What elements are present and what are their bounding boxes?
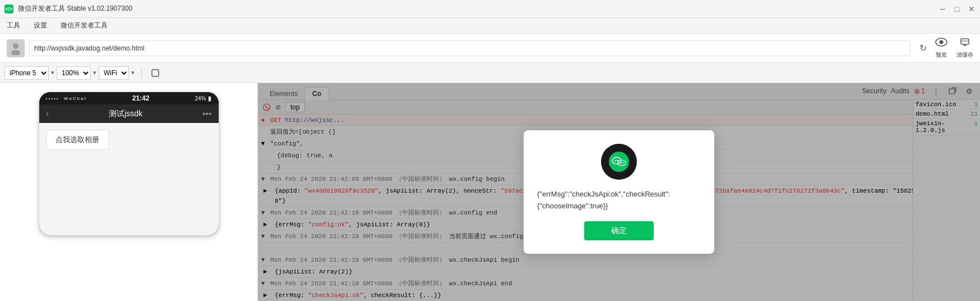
clear-storage-icon (959, 37, 971, 50)
dialog-overlay: {"errMsg":"checkJsApi:ok","checkResult":… (258, 83, 980, 301)
zoom-select[interactable]: 100% 75% 150% (57, 66, 91, 80)
phone-signal-dots: ••••• WeChat (46, 96, 87, 101)
svg-rect-4 (961, 39, 969, 44)
main-layout: ••••• WeChat 21:42 24% ▮ ‹ 测试jssdk ••• 点… (0, 83, 980, 301)
url-input[interactable] (29, 40, 910, 56)
refresh-button[interactable]: ↻ (915, 40, 931, 56)
phone-time: 21:42 (132, 94, 150, 102)
title-bar-left: </> 微信开发者工具 Stable v1.02.1907300 (4, 4, 132, 13)
dialog-logo (601, 144, 637, 180)
phone-back-button[interactable]: ‹ (46, 108, 49, 120)
svg-point-3 (940, 40, 944, 44)
phone-gallery-button[interactable]: 点我选取相册 (46, 130, 109, 150)
svg-point-10 (618, 160, 626, 166)
phone-content: 点我选取相册 (39, 123, 219, 235)
menu-item-wechat-devtools[interactable]: 微信开发者工具 (58, 20, 110, 31)
dialog-message-line2: {"chooseImage":true}} (537, 202, 608, 210)
separator (141, 67, 142, 79)
network-select[interactable]: WiFi 3G 4G (99, 66, 129, 80)
app-logo: </> (4, 4, 13, 13)
battery-percent: 24% (195, 95, 206, 102)
svg-point-11 (620, 162, 621, 163)
dialog-confirm-button[interactable]: 确定 (584, 221, 654, 240)
dialog-message-line1: {"errMsg":"checkJsApi:ok","checkResult": (537, 190, 670, 198)
window-controls: ─ □ ✕ (939, 5, 976, 13)
devtools-panel: Elements Co Security Audits ⊗ 1 ⋮ ⚙ 🚫 (258, 83, 980, 301)
svg-point-0 (13, 43, 19, 49)
svg-point-1 (11, 50, 20, 55)
phone-status-right: 24% ▮ (195, 95, 211, 102)
device-bar: iPhone 5 iPhone 6 iPhone X ▾ 100% 75% 15… (0, 63, 980, 83)
phone-panel: ••••• WeChat 21:42 24% ▮ ‹ 测试jssdk ••• 点… (0, 83, 258, 301)
menu-item-settings[interactable]: 设置 (31, 20, 49, 31)
phone-frame: ••••• WeChat 21:42 24% ▮ ‹ 测试jssdk ••• 点… (39, 92, 219, 235)
dialog-box: {"errMsg":"checkJsApi:ok","checkResult":… (524, 130, 714, 254)
svg-point-8 (615, 160, 617, 162)
toolbar-right: 预览 清缓存 (935, 37, 973, 59)
battery-icon: ▮ (208, 95, 211, 102)
network-chevron-icon: ▾ (131, 69, 135, 76)
preview-icon (935, 37, 947, 50)
close-button[interactable]: ✕ (968, 5, 976, 13)
preview-button[interactable]: 预览 (935, 37, 947, 59)
maximize-button[interactable]: □ (953, 5, 961, 13)
svg-rect-5 (152, 70, 159, 76)
device-select[interactable]: iPhone 5 iPhone 6 iPhone X (4, 66, 49, 80)
wechat-logo-icon (609, 152, 629, 172)
zoom-chevron-icon: ▾ (93, 69, 96, 76)
phone-status-bar: ••••• WeChat 21:42 24% ▮ (39, 92, 219, 104)
menu-bar: 工具 设置 微信开发者工具 (0, 18, 980, 34)
dialog-message: {"errMsg":"checkJsApi:ok","checkResult":… (537, 189, 701, 212)
menu-item-tools[interactable]: 工具 (4, 20, 22, 31)
rotate-button[interactable] (149, 66, 162, 80)
phone-more-button[interactable]: ••• (202, 109, 212, 119)
clear-storage-button[interactable]: 清缓存 (956, 37, 973, 59)
phone-nav-title: 测试jssdk (109, 109, 142, 119)
preview-label: 预览 (936, 51, 947, 59)
phone-nav-bar: ‹ 测试jssdk ••• (39, 104, 219, 123)
chevron-down-icon: ▾ (51, 69, 54, 76)
minimize-button[interactable]: ─ (939, 5, 946, 13)
app-title: 微信开发者工具 Stable v1.02.1907300 (18, 4, 132, 13)
svg-point-12 (622, 162, 623, 163)
title-bar: </> 微信开发者工具 Stable v1.02.1907300 ─ □ ✕ (0, 0, 980, 18)
user-avatar (7, 39, 25, 57)
toolbar: ↻ 预览 清缓存 (0, 34, 980, 63)
clear-storage-label: 清缓存 (956, 51, 973, 59)
